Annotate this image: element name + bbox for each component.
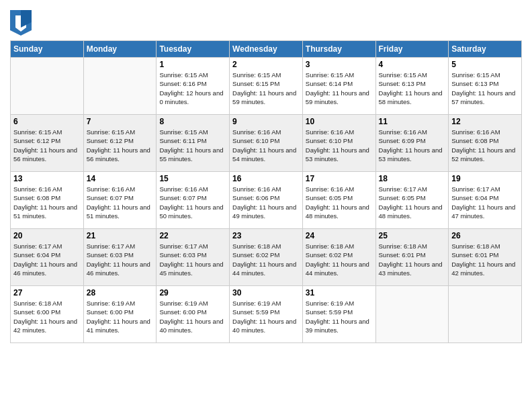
- day-number: 16: [232, 174, 300, 183]
- weekday-tuesday: Tuesday: [157, 41, 230, 58]
- weekday-wednesday: Wednesday: [230, 41, 303, 58]
- day-info: Sunrise: 6:17 AMSunset: 6:05 PMDaylight:…: [379, 185, 446, 220]
- day-info: Sunrise: 6:18 AMSunset: 6:02 PMDaylight:…: [306, 242, 373, 277]
- day-info: Sunrise: 6:15 AMSunset: 6:15 PMDaylight:…: [232, 71, 300, 106]
- calendar-table: SundayMondayTuesdayWednesdayThursdayFrid…: [10, 40, 522, 343]
- day-number: 2: [232, 60, 300, 69]
- calendar-cell: [449, 286, 522, 343]
- day-info: Sunrise: 6:19 AMSunset: 5:59 PMDaylight:…: [232, 299, 300, 334]
- calendar-cell: 29Sunrise: 6:19 AMSunset: 6:00 PMDayligh…: [157, 286, 230, 343]
- calendar-cell: [375, 286, 449, 343]
- day-number: 29: [159, 288, 226, 298]
- weekday-header-row: SundayMondayTuesdayWednesdayThursdayFrid…: [11, 41, 522, 58]
- day-info: Sunrise: 6:15 AMSunset: 6:14 PMDaylight:…: [306, 71, 373, 106]
- day-info: Sunrise: 6:19 AMSunset: 6:00 PMDaylight:…: [159, 299, 226, 334]
- day-number: 12: [451, 117, 519, 126]
- day-number: 26: [451, 231, 519, 240]
- day-info: Sunrise: 6:15 AMSunset: 6:12 PMDaylight:…: [13, 128, 81, 163]
- calendar-cell: 23Sunrise: 6:18 AMSunset: 6:02 PMDayligh…: [230, 229, 303, 286]
- calendar-cell: 19Sunrise: 6:17 AMSunset: 6:04 PMDayligh…: [449, 172, 522, 229]
- calendar-cell: 15Sunrise: 6:16 AMSunset: 6:07 PMDayligh…: [157, 172, 230, 229]
- day-info: Sunrise: 6:16 AMSunset: 6:10 PMDaylight:…: [232, 128, 300, 163]
- day-number: 1: [159, 60, 226, 69]
- weekday-monday: Monday: [83, 41, 157, 58]
- calendar-cell: 7Sunrise: 6:15 AMSunset: 6:12 PMDaylight…: [83, 115, 157, 172]
- day-info: Sunrise: 6:15 AMSunset: 6:13 PMDaylight:…: [379, 71, 446, 106]
- day-info: Sunrise: 6:16 AMSunset: 6:05 PMDaylight:…: [306, 185, 373, 220]
- day-number: 28: [87, 288, 154, 298]
- calendar-cell: 3Sunrise: 6:15 AMSunset: 6:14 PMDaylight…: [302, 58, 375, 115]
- day-number: 5: [451, 60, 519, 69]
- day-number: 11: [379, 117, 446, 126]
- day-number: 24: [306, 231, 373, 240]
- weekday-sunday: Sunday: [11, 41, 84, 58]
- day-info: Sunrise: 6:17 AMSunset: 6:04 PMDaylight:…: [13, 242, 81, 277]
- logo-icon: [10, 10, 30, 34]
- calendar-week-row: 6Sunrise: 6:15 AMSunset: 6:12 PMDaylight…: [11, 115, 522, 172]
- calendar-cell: 11Sunrise: 6:16 AMSunset: 6:09 PMDayligh…: [375, 115, 449, 172]
- calendar-cell: 8Sunrise: 6:15 AMSunset: 6:11 PMDaylight…: [157, 115, 230, 172]
- day-number: 31: [306, 288, 373, 298]
- weekday-thursday: Thursday: [302, 41, 375, 58]
- day-number: 8: [159, 117, 226, 126]
- calendar-cell: 27Sunrise: 6:18 AMSunset: 6:00 PMDayligh…: [11, 286, 84, 343]
- day-info: Sunrise: 6:16 AMSunset: 6:08 PMDaylight:…: [13, 185, 81, 220]
- page: SundayMondayTuesdayWednesdayThursdayFrid…: [0, 0, 532, 411]
- logo: [10, 10, 33, 34]
- calendar-cell: 22Sunrise: 6:17 AMSunset: 6:03 PMDayligh…: [157, 229, 230, 286]
- day-info: Sunrise: 6:16 AMSunset: 6:10 PMDaylight:…: [306, 128, 373, 163]
- day-info: Sunrise: 6:17 AMSunset: 6:04 PMDaylight:…: [451, 185, 519, 220]
- calendar-week-row: 1Sunrise: 6:15 AMSunset: 6:16 PMDaylight…: [11, 58, 522, 115]
- calendar-cell: [83, 58, 157, 115]
- day-info: Sunrise: 6:18 AMSunset: 6:01 PMDaylight:…: [379, 242, 446, 277]
- day-number: 6: [13, 117, 81, 126]
- day-info: Sunrise: 6:19 AMSunset: 5:59 PMDaylight:…: [306, 299, 373, 334]
- calendar-cell: 10Sunrise: 6:16 AMSunset: 6:10 PMDayligh…: [302, 115, 375, 172]
- day-info: Sunrise: 6:19 AMSunset: 6:00 PMDaylight:…: [87, 299, 154, 334]
- day-number: 17: [306, 174, 373, 183]
- calendar-cell: 20Sunrise: 6:17 AMSunset: 6:04 PMDayligh…: [11, 229, 84, 286]
- calendar-cell: 4Sunrise: 6:15 AMSunset: 6:13 PMDaylight…: [375, 58, 449, 115]
- calendar-cell: 21Sunrise: 6:17 AMSunset: 6:03 PMDayligh…: [83, 229, 157, 286]
- weekday-friday: Friday: [375, 41, 449, 58]
- day-info: Sunrise: 6:15 AMSunset: 6:16 PMDaylight:…: [159, 71, 226, 106]
- calendar-cell: 1Sunrise: 6:15 AMSunset: 6:16 PMDaylight…: [157, 58, 230, 115]
- day-number: 9: [232, 117, 300, 126]
- day-info: Sunrise: 6:18 AMSunset: 6:01 PMDaylight:…: [451, 242, 519, 277]
- day-number: 20: [13, 231, 81, 240]
- day-info: Sunrise: 6:16 AMSunset: 6:08 PMDaylight:…: [451, 128, 519, 163]
- day-number: 18: [379, 174, 446, 183]
- day-number: 19: [451, 174, 519, 183]
- day-number: 13: [13, 174, 81, 183]
- day-info: Sunrise: 6:15 AMSunset: 6:12 PMDaylight:…: [87, 128, 154, 163]
- calendar-cell: 6Sunrise: 6:15 AMSunset: 6:12 PMDaylight…: [11, 115, 84, 172]
- calendar-cell: 17Sunrise: 6:16 AMSunset: 6:05 PMDayligh…: [302, 172, 375, 229]
- day-info: Sunrise: 6:16 AMSunset: 6:07 PMDaylight:…: [87, 185, 154, 220]
- day-number: 15: [159, 174, 226, 183]
- day-number: 10: [306, 117, 373, 126]
- day-info: Sunrise: 6:15 AMSunset: 6:11 PMDaylight:…: [159, 128, 226, 163]
- calendar-cell: 28Sunrise: 6:19 AMSunset: 6:00 PMDayligh…: [83, 286, 157, 343]
- weekday-saturday: Saturday: [449, 41, 522, 58]
- calendar-week-row: 27Sunrise: 6:18 AMSunset: 6:00 PMDayligh…: [11, 286, 522, 343]
- day-number: 27: [13, 288, 81, 298]
- calendar-cell: 24Sunrise: 6:18 AMSunset: 6:02 PMDayligh…: [302, 229, 375, 286]
- day-info: Sunrise: 6:17 AMSunset: 6:03 PMDaylight:…: [159, 242, 226, 277]
- day-number: 21: [87, 231, 154, 240]
- day-number: 14: [87, 174, 154, 183]
- day-info: Sunrise: 6:18 AMSunset: 6:00 PMDaylight:…: [13, 299, 81, 334]
- calendar-cell: 9Sunrise: 6:16 AMSunset: 6:10 PMDaylight…: [230, 115, 303, 172]
- day-number: 7: [87, 117, 154, 126]
- day-number: 23: [232, 231, 300, 240]
- calendar-cell: 13Sunrise: 6:16 AMSunset: 6:08 PMDayligh…: [11, 172, 84, 229]
- header: [10, 7, 522, 34]
- calendar-cell: 18Sunrise: 6:17 AMSunset: 6:05 PMDayligh…: [375, 172, 449, 229]
- day-info: Sunrise: 6:16 AMSunset: 6:09 PMDaylight:…: [379, 128, 446, 163]
- calendar-cell: 5Sunrise: 6:15 AMSunset: 6:13 PMDaylight…: [449, 58, 522, 115]
- calendar-cell: 14Sunrise: 6:16 AMSunset: 6:07 PMDayligh…: [83, 172, 157, 229]
- day-number: 30: [232, 288, 300, 298]
- day-info: Sunrise: 6:15 AMSunset: 6:13 PMDaylight:…: [451, 71, 519, 106]
- day-info: Sunrise: 6:16 AMSunset: 6:07 PMDaylight:…: [159, 185, 226, 220]
- day-info: Sunrise: 6:16 AMSunset: 6:06 PMDaylight:…: [232, 185, 300, 220]
- day-info: Sunrise: 6:18 AMSunset: 6:02 PMDaylight:…: [232, 242, 300, 277]
